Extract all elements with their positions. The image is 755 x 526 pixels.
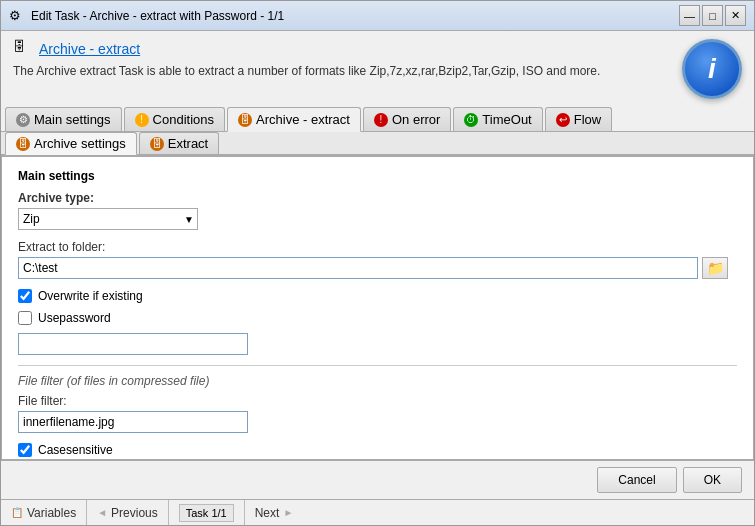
tab-archive-extract[interactable]: 🗄 Archive - extract: [227, 107, 361, 132]
file-filter-heading: File filter (of files in compressed file…: [18, 374, 737, 388]
next-label: Next: [255, 506, 280, 520]
maximize-button[interactable]: □: [702, 5, 723, 26]
extract-icon: 🗄: [150, 137, 164, 151]
header-section: 🗄 Archive - extract The Archive extract …: [1, 31, 754, 107]
title-bar: ⚙ Edit Task - Archive - extract with Pas…: [1, 1, 754, 31]
tab-timeout-label: TimeOut: [482, 112, 531, 127]
overwrite-label: Overwrite if existing: [38, 289, 143, 303]
title-bar-icon: ⚙: [9, 8, 25, 24]
file-filter-label: File filter:: [18, 394, 737, 408]
tab-on-error-label: On error: [392, 112, 440, 127]
file-filter-input[interactable]: [18, 411, 248, 433]
overwrite-checkbox-row: Overwrite if existing: [18, 289, 737, 303]
file-filter-field: File filter:: [18, 394, 737, 433]
password-input[interactable]: [18, 333, 248, 355]
next-arrow-icon: ►: [283, 507, 293, 518]
archive-type-field: Archive type: Zip 7z xz rar Bzip2 Tar Gz…: [18, 191, 737, 230]
variables-icon: 📋: [11, 507, 23, 518]
timeout-icon: ⏱: [464, 113, 478, 127]
title-bar-buttons: — □ ✕: [679, 5, 746, 26]
tab-extract[interactable]: 🗄 Extract: [139, 132, 219, 154]
archive-type-label: Archive type:: [18, 191, 737, 205]
previous-arrow-icon: ◄: [97, 507, 107, 518]
archive-settings-icon: 🗄: [16, 137, 30, 151]
info-button[interactable]: i: [682, 39, 742, 99]
archive-icon: 🗄: [238, 113, 252, 127]
header-info: 🗄 Archive - extract The Archive extract …: [13, 39, 672, 80]
file-filter-section: File filter (of files in compressed file…: [18, 374, 737, 457]
previous-label: Previous: [111, 506, 158, 520]
content-area: 🗄 Archive - extract The Archive extract …: [1, 31, 754, 525]
tab-archive-extract-label: Archive - extract: [256, 112, 350, 127]
cancel-button[interactable]: Cancel: [597, 467, 676, 493]
warning-icon: !: [135, 113, 149, 127]
header-title-icon: 🗄: [13, 39, 33, 59]
archive-type-dropdown-wrapper: Zip 7z xz rar Bzip2 Tar Gzip ISO ▼: [18, 208, 198, 230]
gear-icon: ⚙: [16, 113, 30, 127]
extract-folder-field: Extract to folder: 📁: [18, 240, 737, 279]
usepassword-label: Usepassword: [38, 311, 111, 325]
extract-folder-input[interactable]: [18, 257, 698, 279]
tab-main-settings-label: Main settings: [34, 112, 111, 127]
overwrite-checkbox[interactable]: [18, 289, 32, 303]
section-title: Main settings: [18, 169, 737, 183]
usepassword-checkbox[interactable]: [18, 311, 32, 325]
tab-conditions[interactable]: ! Conditions: [124, 107, 225, 131]
task-badge: Task 1/1: [179, 504, 234, 522]
bottom-bar: Cancel OK: [1, 460, 754, 499]
error-icon: !: [374, 113, 388, 127]
tab-conditions-label: Conditions: [153, 112, 214, 127]
casesensitive-checkbox[interactable]: [18, 443, 32, 457]
title-bar-text: Edit Task - Archive - extract with Passw…: [31, 9, 679, 23]
header-title-text: Archive - extract: [39, 41, 140, 57]
tab-archive-settings[interactable]: 🗄 Archive settings: [5, 132, 137, 155]
header-title: 🗄 Archive - extract: [13, 39, 672, 59]
extract-folder-label: Extract to folder:: [18, 240, 737, 254]
close-button[interactable]: ✕: [725, 5, 746, 26]
tab-flow-label: Flow: [574, 112, 601, 127]
previous-section[interactable]: ◄ Previous: [87, 500, 169, 525]
tab-timeout[interactable]: ⏱ TimeOut: [453, 107, 542, 131]
minimize-button[interactable]: —: [679, 5, 700, 26]
variables-label: Variables: [27, 506, 76, 520]
archive-type-select[interactable]: Zip 7z xz rar Bzip2 Tar Gzip ISO: [18, 208, 198, 230]
main-window: ⚙ Edit Task - Archive - extract with Pas…: [0, 0, 755, 526]
main-panel: Main settings Archive type: Zip 7z xz ra…: [1, 156, 754, 460]
browse-folder-button[interactable]: 📁: [702, 257, 728, 279]
tab-on-error[interactable]: ! On error: [363, 107, 451, 131]
header-description: The Archive extract Task is able to extr…: [13, 63, 672, 80]
variables-section[interactable]: 📋 Variables: [1, 500, 87, 525]
tab-extract-label: Extract: [168, 136, 208, 151]
tab-main-settings[interactable]: ⚙ Main settings: [5, 107, 122, 131]
tab-flow[interactable]: ↩ Flow: [545, 107, 612, 131]
folder-row: 📁: [18, 257, 737, 279]
usepassword-checkbox-row: Usepassword: [18, 311, 737, 325]
casesensitive-label: Casesensitive: [38, 443, 113, 457]
tabs-row1: ⚙ Main settings ! Conditions 🗄 Archive -…: [1, 107, 754, 132]
status-bar: 📋 Variables ◄ Previous Task 1/1 Next ►: [1, 499, 754, 525]
password-field: [18, 333, 737, 355]
tabs-row2: 🗄 Archive settings 🗄 Extract: [1, 132, 754, 156]
ok-button[interactable]: OK: [683, 467, 742, 493]
next-section[interactable]: Next ►: [245, 500, 304, 525]
task-section: Task 1/1: [169, 500, 245, 525]
tab-archive-settings-label: Archive settings: [34, 136, 126, 151]
divider: [18, 365, 737, 366]
flow-icon: ↩: [556, 113, 570, 127]
casesensitive-checkbox-row: Casesensitive: [18, 443, 737, 457]
